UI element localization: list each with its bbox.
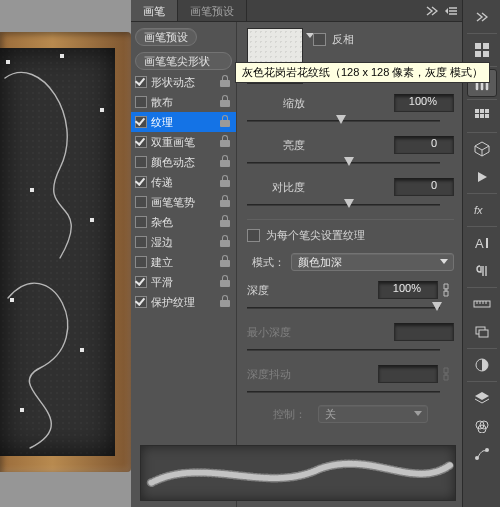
- lock-icon[interactable]: [220, 155, 230, 167]
- lock-icon[interactable]: [220, 95, 230, 107]
- brightness-slider[interactable]: [247, 156, 450, 170]
- brush-option-5[interactable]: 传递: [131, 172, 236, 192]
- svg-rect-4: [90, 218, 94, 222]
- lock-icon[interactable]: [220, 75, 230, 87]
- svg-rect-0: [6, 60, 10, 64]
- brush-option-checkbox[interactable]: [135, 156, 147, 168]
- brush-option-7[interactable]: 杂色: [131, 212, 236, 232]
- brush-option-2[interactable]: 纹理: [131, 112, 236, 132]
- scale-slider[interactable]: [247, 114, 450, 128]
- brush-option-4[interactable]: 颜色动态: [131, 152, 236, 172]
- layers-icon[interactable]: [467, 384, 497, 412]
- artboard[interactable]: [0, 48, 115, 456]
- svg-rect-20: [485, 114, 489, 118]
- brush-option-6[interactable]: 画笔笔势: [131, 192, 236, 212]
- brush-option-checkbox[interactable]: [135, 256, 147, 268]
- depth-jitter-input: [378, 365, 438, 383]
- canvas-area: [0, 0, 131, 507]
- brush-option-checkbox[interactable]: [135, 176, 147, 188]
- panel-collapse-icon[interactable]: [422, 0, 442, 21]
- brush-option-label: 湿边: [151, 235, 173, 250]
- brush-option-3[interactable]: 双重画笔: [131, 132, 236, 152]
- brush-option-label: 画笔笔势: [151, 195, 195, 210]
- brush-option-checkbox[interactable]: [135, 236, 147, 248]
- lock-icon[interactable]: [220, 255, 230, 267]
- grid-icon[interactable]: [467, 36, 497, 64]
- svg-rect-2: [100, 108, 104, 112]
- brush-option-checkbox[interactable]: [135, 136, 147, 148]
- brush-presets-button[interactable]: 画笔预设: [135, 28, 197, 46]
- brush-option-0[interactable]: 形状动态: [131, 72, 236, 92]
- brush-option-label: 纹理: [151, 115, 173, 130]
- svg-rect-17: [485, 109, 489, 113]
- depth-jitter-slider: [247, 385, 450, 399]
- brush-option-checkbox[interactable]: [135, 216, 147, 228]
- brush-option-label: 颜色动态: [151, 155, 195, 170]
- svg-rect-11: [483, 51, 489, 57]
- brush-tip-shape-button[interactable]: 画笔笔尖形状: [135, 52, 232, 70]
- brush-option-10[interactable]: 平滑: [131, 272, 236, 292]
- svg-point-32: [485, 448, 489, 452]
- brush-option-checkbox[interactable]: [135, 196, 147, 208]
- contrast-input[interactable]: 0: [394, 178, 454, 196]
- lock-icon[interactable]: [220, 195, 230, 207]
- tab-brush[interactable]: 画笔: [131, 0, 178, 21]
- brush-option-1[interactable]: 散布: [131, 92, 236, 112]
- tab-brush-presets[interactable]: 画笔预设: [178, 0, 247, 21]
- brush-option-8[interactable]: 湿边: [131, 232, 236, 252]
- brush-option-checkbox[interactable]: [135, 276, 147, 288]
- paragraph-icon[interactable]: [467, 257, 497, 285]
- brush-option-checkbox[interactable]: [135, 96, 147, 108]
- brush-option-11[interactable]: 保护纹理: [131, 292, 236, 312]
- svg-rect-3: [30, 188, 34, 192]
- paths-icon[interactable]: [467, 440, 497, 468]
- depth-label: 深度: [247, 283, 291, 298]
- brush-option-checkbox[interactable]: [135, 296, 147, 308]
- swatches-icon[interactable]: [467, 102, 497, 130]
- scale-input[interactable]: 100%: [394, 94, 454, 112]
- min-depth-slider: [247, 343, 450, 357]
- contrast-slider[interactable]: [247, 198, 450, 212]
- lock-icon[interactable]: [220, 135, 230, 147]
- brush-option-checkbox[interactable]: [135, 76, 147, 88]
- brush-option-checkbox[interactable]: [135, 116, 147, 128]
- lock-icon[interactable]: [220, 235, 230, 247]
- layers-small-icon[interactable]: [467, 318, 497, 346]
- invert-checkbox[interactable]: [313, 33, 326, 46]
- svg-rect-23: [486, 238, 488, 248]
- invert-label: 反相: [332, 32, 354, 47]
- mode-dropdown[interactable]: 颜色加深: [291, 253, 454, 271]
- svg-rect-10: [475, 51, 481, 57]
- brush-option-label: 散布: [151, 95, 173, 110]
- brightness-label: 亮度: [247, 138, 311, 153]
- character-icon[interactable]: A: [467, 229, 497, 257]
- depth-input[interactable]: 100%: [378, 281, 438, 299]
- channels-icon[interactable]: [467, 412, 497, 440]
- measure-icon[interactable]: [467, 290, 497, 318]
- brush-option-9[interactable]: 建立: [131, 252, 236, 272]
- adjust-icon[interactable]: [467, 351, 497, 379]
- fx-icon[interactable]: fx: [467, 196, 497, 224]
- lock-icon[interactable]: [220, 175, 230, 187]
- cube-icon[interactable]: [467, 135, 497, 163]
- lock-icon[interactable]: [220, 115, 230, 127]
- svg-rect-24: [474, 301, 490, 307]
- svg-rect-8: [475, 43, 481, 49]
- control-dropdown: 关: [318, 405, 428, 423]
- lock-icon[interactable]: [220, 215, 230, 227]
- play-icon[interactable]: [467, 163, 497, 191]
- depth-slider[interactable]: [247, 301, 450, 315]
- each-tip-checkbox[interactable]: [247, 229, 260, 242]
- svg-rect-1: [60, 54, 64, 58]
- rail-collapse-icon[interactable]: [467, 3, 497, 31]
- texture-tooltip: 灰色花岗岩花纹纸（128 x 128 像素，灰度 模式）: [235, 62, 490, 83]
- svg-rect-6: [80, 348, 84, 352]
- depth-link-icon[interactable]: [438, 283, 454, 297]
- brush-option-label: 平滑: [151, 275, 173, 290]
- svg-rect-19: [480, 114, 484, 118]
- panel-menu-icon[interactable]: [442, 0, 462, 21]
- lock-icon[interactable]: [220, 275, 230, 287]
- lock-icon[interactable]: [220, 295, 230, 307]
- brightness-input[interactable]: 0: [394, 136, 454, 154]
- svg-rect-16: [480, 109, 484, 113]
